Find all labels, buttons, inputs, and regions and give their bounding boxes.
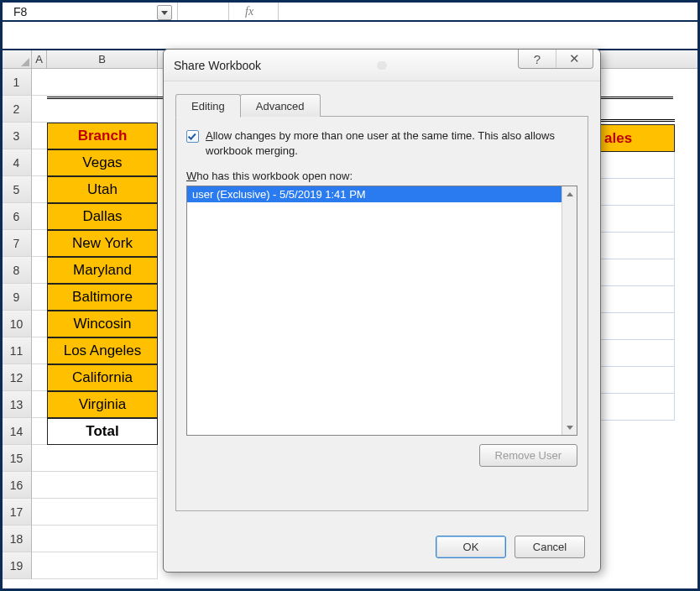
row-header[interactable]: 1 — [2, 69, 32, 96]
tab-editing[interactable]: Editing — [175, 94, 241, 118]
right-total-marker — [599, 421, 675, 447]
col-header-B[interactable]: B — [47, 50, 158, 68]
row-header[interactable]: 14 — [2, 418, 32, 445]
allow-changes-label: Allow changes by more than one user at t… — [206, 128, 577, 158]
row-header[interactable]: 16 — [2, 472, 32, 499]
cell[interactable] — [32, 445, 47, 472]
dialog-footer: OK Cancel — [164, 529, 600, 572]
branch-cell[interactable]: Dallas — [47, 203, 158, 230]
dialog-window-buttons: ? ✕ — [518, 50, 593, 69]
branch-cell[interactable]: Los Angeles — [47, 337, 158, 364]
cell[interactable] — [32, 472, 47, 499]
branch-cell[interactable]: California — [47, 364, 158, 391]
branch-cell[interactable]: Baltimore — [47, 284, 158, 311]
cell[interactable] — [32, 418, 47, 445]
cell[interactable] — [32, 176, 47, 203]
cell[interactable] — [32, 337, 47, 364]
dialog-titlebar[interactable]: Share Workbook ? ✕ — [164, 50, 600, 81]
remove-user-label: Remove User — [495, 449, 562, 462]
row-header[interactable]: 6 — [2, 203, 32, 230]
row-header[interactable]: 15 — [2, 445, 32, 472]
row-header[interactable]: 13 — [2, 391, 32, 418]
help-button[interactable]: ? — [519, 50, 556, 68]
branch-cell[interactable]: Virginia — [47, 391, 158, 418]
fx-label: fx — [245, 5, 253, 18]
row-header[interactable]: 11 — [2, 337, 32, 364]
cell[interactable] — [32, 391, 47, 418]
branch-cell[interactable]: New York — [47, 230, 158, 257]
row-header[interactable]: 17 — [2, 499, 32, 526]
share-workbook-dialog: Share Workbook ? ✕ Editing Advanced Allo… — [163, 49, 601, 573]
cell[interactable] — [47, 472, 158, 499]
cell[interactable] — [32, 311, 47, 337]
row-header[interactable]: 19 — [2, 552, 32, 579]
name-box[interactable]: F8 — [2, 3, 178, 20]
total-cell[interactable]: Total — [47, 418, 158, 445]
remove-user-button: Remove User — [479, 444, 577, 467]
cell[interactable] — [32, 149, 47, 176]
cancel-button[interactable]: Cancel — [515, 536, 585, 558]
ok-button[interactable]: OK — [436, 536, 506, 558]
right-column-fragment: ales — [599, 119, 675, 447]
tab-editing-label: Editing — [191, 100, 225, 112]
dialog-grip-icon — [371, 61, 393, 70]
scroll-down-icon[interactable] — [562, 420, 577, 435]
row-header[interactable]: 18 — [2, 526, 32, 552]
cell[interactable] — [32, 96, 47, 123]
cell[interactable] — [47, 96, 158, 123]
select-all-corner[interactable] — [2, 50, 32, 68]
ribbon-spacer — [0, 22, 700, 50]
dialog-title: Share Workbook — [174, 59, 261, 72]
tabstrip: Editing Advanced — [175, 92, 588, 117]
ok-label: OK — [463, 541, 479, 553]
row-header[interactable]: 8 — [2, 257, 32, 284]
row-header[interactable]: 5 — [2, 176, 32, 203]
row-header[interactable]: 4 — [2, 149, 32, 176]
scroll-up-icon[interactable] — [562, 186, 577, 201]
row-header[interactable]: 3 — [2, 123, 32, 149]
formula-input[interactable] — [279, 3, 698, 20]
cell[interactable] — [32, 552, 47, 579]
cell[interactable] — [32, 257, 47, 284]
cell[interactable] — [32, 364, 47, 391]
dialog-body: Editing Advanced Allow changes by more t… — [164, 81, 600, 529]
branch-cell[interactable]: Vegas — [47, 149, 158, 176]
name-box-dropdown-icon[interactable] — [157, 5, 172, 20]
branch-header-cell[interactable]: Branch — [47, 123, 158, 149]
tab-advanced-label: Advanced — [256, 100, 305, 112]
cell[interactable] — [32, 526, 47, 552]
users-listbox[interactable]: user (Exclusive) - 5/5/2019 1:41 PM — [186, 186, 577, 436]
cell[interactable] — [32, 203, 47, 230]
formula-bar: F8 fx — [0, 0, 700, 22]
cancel-label: Cancel — [533, 541, 567, 553]
row-header[interactable]: 10 — [2, 311, 32, 337]
cell[interactable] — [32, 123, 47, 149]
cell[interactable] — [47, 499, 158, 526]
branch-cell[interactable]: Maryland — [47, 257, 158, 284]
help-icon: ? — [534, 52, 541, 66]
allow-changes-checkbox[interactable] — [186, 130, 199, 143]
close-button[interactable]: ✕ — [556, 50, 593, 68]
cell[interactable] — [47, 69, 158, 96]
users-list-content: user (Exclusive) - 5/5/2019 1:41 PM — [187, 186, 562, 435]
row-header[interactable]: 12 — [2, 364, 32, 391]
tab-advanced[interactable]: Advanced — [240, 94, 321, 117]
cell[interactable] — [47, 526, 158, 552]
col-header-A[interactable]: A — [32, 50, 47, 68]
close-icon: ✕ — [569, 51, 580, 66]
list-scrollbar[interactable] — [562, 186, 577, 435]
row-header[interactable]: 2 — [2, 96, 32, 123]
user-list-item[interactable]: user (Exclusive) - 5/5/2019 1:41 PM — [187, 186, 562, 202]
cell[interactable] — [47, 552, 158, 579]
cell[interactable] — [47, 445, 158, 472]
branch-cell[interactable]: Wincosin — [47, 311, 158, 337]
cell[interactable] — [32, 499, 47, 526]
branch-cell[interactable]: Utah — [47, 176, 158, 203]
cell[interactable] — [32, 69, 47, 96]
fx-button[interactable]: fx — [178, 3, 279, 20]
cell[interactable] — [32, 284, 47, 311]
who-open-label: Who has this workbook open now: — [186, 170, 577, 182]
row-header[interactable]: 9 — [2, 284, 32, 311]
row-header[interactable]: 7 — [2, 230, 32, 257]
cell[interactable] — [32, 230, 47, 257]
